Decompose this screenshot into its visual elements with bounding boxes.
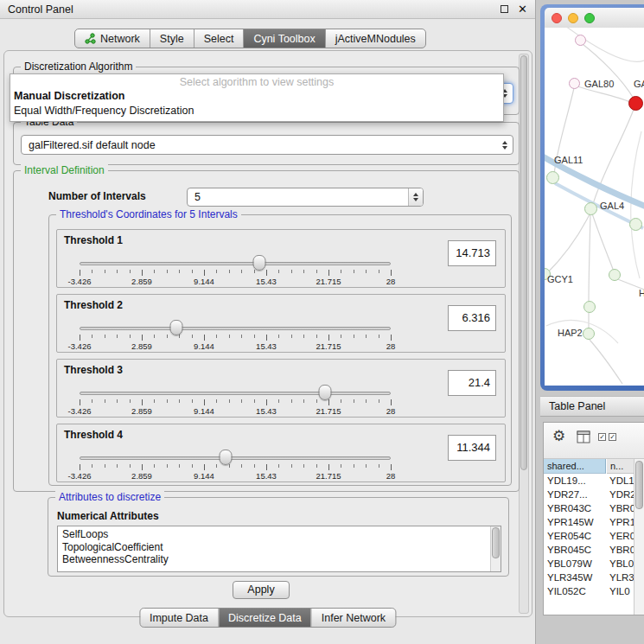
dropdown-item-equal-width-frequency[interactable]: Equal Width/Frequency Discretization: [10, 104, 503, 118]
network-node[interactable]: [629, 218, 642, 231]
tab-style[interactable]: Style: [150, 29, 194, 48]
table-panel-window: ⚙ ✓ ✓ shared... n... YDL19...YDL1YDR27..…: [543, 422, 644, 615]
network-canvas[interactable]: GAL80GAGAL11GAL4GCY1HHAP2: [545, 28, 644, 386]
interval-definition-group: Interval Definition Number of Intervals …: [13, 170, 520, 492]
tab-cyni-toolbox[interactable]: Cyni Toolbox: [244, 29, 325, 48]
table-scrollbar[interactable]: [634, 459, 644, 615]
group-title: Discretization Algorithm: [21, 61, 136, 73]
checkbox-icon[interactable]: ✓: [609, 433, 616, 441]
attribute-item[interactable]: SelfLoops: [62, 528, 488, 541]
list-scrollbar[interactable]: [490, 526, 501, 571]
table-data-selected: galFiltered.sif default node: [29, 139, 156, 151]
threshold-label: Threshold 3: [64, 364, 123, 376]
tab-network[interactable]: Network: [75, 29, 150, 48]
network-node[interactable]: [546, 171, 559, 184]
dropdown-item-manual-discretization[interactable]: Manual Discretization: [10, 89, 503, 104]
zoom-traffic-light-icon[interactable]: [584, 13, 595, 23]
close-traffic-light-icon[interactable]: [552, 13, 562, 23]
tab-label: Select: [204, 33, 234, 45]
column-header-name[interactable]: n...: [607, 459, 634, 474]
slider-thumb[interactable]: [169, 320, 182, 335]
gear-icon[interactable]: ⚙: [552, 429, 565, 443]
top-tab-bar: Network Style Select Cyni Toolbox jActiv…: [74, 29, 426, 48]
threshold-label: Threshold 4: [64, 429, 123, 441]
table-row[interactable]: YBR043CYBR0: [544, 501, 634, 515]
table-row[interactable]: YBR045CYBR0: [544, 543, 634, 557]
network-node[interactable]: [575, 35, 586, 46]
attribute-item[interactable]: TopologicalCoefficient: [62, 541, 488, 554]
network-window-titlebar[interactable]: [545, 8, 644, 28]
slider-track[interactable]: [80, 392, 391, 395]
tab-label: Impute Data: [150, 612, 208, 624]
scrollbar-thumb[interactable]: [635, 461, 643, 509]
slider-track[interactable]: [80, 327, 391, 330]
table-row[interactable]: YLR345WYLR3: [544, 571, 634, 584]
tab-discretize-data[interactable]: Discretize Data: [219, 609, 312, 627]
slider-track[interactable]: [80, 262, 391, 265]
slider-ticks: [80, 335, 391, 341]
apply-button[interactable]: Apply: [233, 581, 290, 599]
network-node[interactable]: [583, 328, 595, 340]
threshold-slider-3[interactable]: -3.4262.8599.14415.4321.71528: [80, 382, 391, 417]
threshold-value-field[interactable]: 6.316: [448, 305, 496, 331]
network-node[interactable]: [569, 78, 580, 89]
column-layout-icon[interactable]: [577, 430, 590, 443]
group-title: Attributes to discretize: [55, 491, 164, 503]
column-header-shared-name[interactable]: shared...: [544, 459, 606, 474]
application: Control Panel ✕ Network Style Select Cyn…: [0, 0, 644, 644]
slider-thumb[interactable]: [319, 385, 332, 400]
number-of-intervals-label: Number of Intervals: [48, 190, 146, 202]
tab-label: Cyni Toolbox: [253, 33, 315, 45]
slider-ticks: [80, 399, 391, 405]
close-icon[interactable]: ✕: [518, 3, 527, 15]
threshold-slider-2[interactable]: -3.4262.8599.14415.4321.71528: [80, 317, 391, 352]
tab-label: Network: [100, 33, 140, 45]
slider-thumb[interactable]: [220, 450, 233, 465]
node-label: GAL11: [554, 155, 583, 165]
tab-infer-network[interactable]: Infer Network: [312, 609, 395, 627]
minimize-traffic-light-icon[interactable]: [568, 13, 578, 23]
threshold-value-field[interactable]: 14.713: [448, 240, 496, 266]
table-row[interactable]: YER054CYER0: [544, 529, 634, 543]
scrollbar-thumb[interactable]: [492, 527, 500, 558]
network-node[interactable]: [584, 202, 597, 215]
spinner-arrows-icon[interactable]: [408, 188, 423, 206]
tab-select[interactable]: Select: [194, 29, 245, 48]
table-data-combo[interactable]: galFiltered.sif default node: [21, 135, 513, 155]
control-panel-titlebar: Control Panel ✕: [0, 0, 535, 19]
slider-tick-labels: -3.4262.8599.14415.4321.71528: [80, 277, 391, 286]
network-view-window: GAL80GAGAL11GAL4GCY1HHAP2: [540, 4, 644, 391]
numerical-attributes-list[interactable]: SelfLoopsTopologicalCoefficientBetweenne…: [57, 526, 501, 572]
table-body: YDL19...YDL1YDR27...YDR2YBR043CYBR0YPR14…: [544, 474, 634, 615]
node-label: GAL80: [584, 79, 614, 89]
scrollbar-thumb[interactable]: [520, 55, 527, 470]
combo-arrows-icon: [502, 141, 507, 150]
panel-title: Control Panel: [8, 3, 501, 16]
bottom-tab-bar: Impute Data Discretize Data Infer Networ…: [139, 608, 396, 628]
tab-jactivemnodules[interactable]: jActiveMNodules: [326, 29, 425, 48]
threshold-value-field[interactable]: 21.4: [448, 370, 496, 396]
tab-impute-data[interactable]: Impute Data: [140, 609, 219, 627]
attribute-item[interactable]: BetweennessCentrality: [62, 553, 488, 566]
network-node[interactable]: [628, 96, 643, 111]
attributes-to-discretize-group: Attributes to discretize Numerical Attri…: [48, 497, 509, 577]
node-label: GAL4: [600, 201, 624, 211]
slider-thumb[interactable]: [252, 255, 265, 271]
threshold-value-field[interactable]: 11.344: [448, 435, 496, 461]
table-row[interactable]: YDL19...YDL1: [544, 474, 634, 488]
table-toolbar: ⚙ ✓ ✓: [544, 423, 644, 459]
table-row[interactable]: YDR27...YDR2: [544, 488, 634, 501]
slider-track[interactable]: [80, 456, 391, 460]
network-node[interactable]: [609, 269, 621, 281]
threshold-slider-4[interactable]: -3.4262.8599.14415.4321.71528: [80, 447, 391, 481]
float-window-icon[interactable]: [501, 5, 508, 13]
control-panel: Control Panel ✕ Network Style Select Cyn…: [0, 0, 536, 644]
panel-scrollbar[interactable]: [519, 54, 529, 614]
number-of-intervals-spinner[interactable]: 5: [187, 188, 424, 207]
threshold-slider-1[interactable]: -3.4262.8599.14415.4321.71528: [80, 252, 391, 287]
table-row[interactable]: YBL079WYBL0: [544, 557, 634, 571]
checkbox-icon[interactable]: ✓: [598, 433, 606, 441]
network-node[interactable]: [583, 301, 596, 313]
table-row[interactable]: YPR145WYPR1: [544, 515, 634, 529]
table-row[interactable]: YIL052CYIL0: [544, 584, 634, 598]
